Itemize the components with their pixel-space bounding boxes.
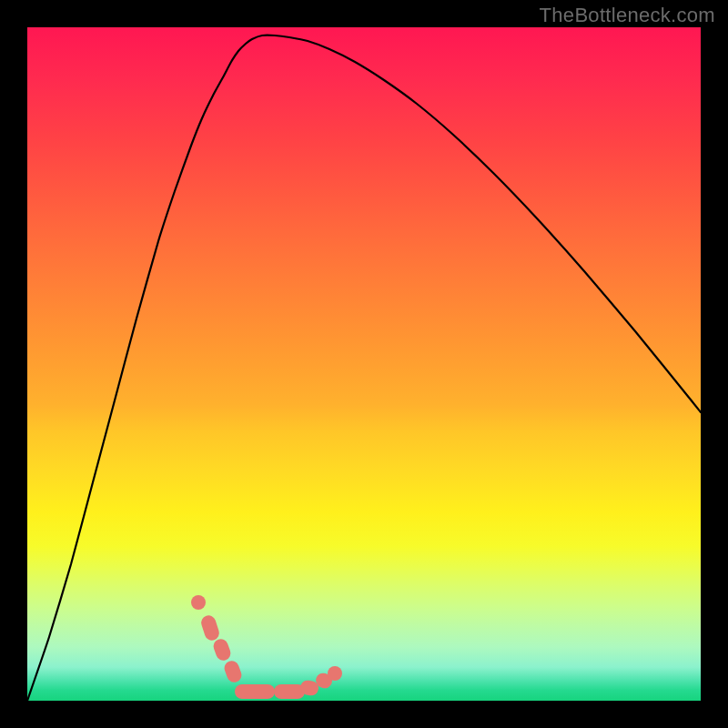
trough-marker-pill	[211, 637, 232, 662]
trough-marker-pill	[222, 659, 243, 684]
trough-markers	[191, 595, 342, 699]
curve-layer	[27, 27, 701, 701]
trough-marker-dot	[191, 595, 206, 610]
trough-marker-pill	[199, 613, 221, 642]
chart-frame: TheBottleneck.com	[0, 0, 728, 728]
bottleneck-curve	[27, 35, 701, 701]
trough-marker-dot	[328, 666, 342, 681]
attribution-text: TheBottleneck.com	[540, 4, 715, 27]
trough-marker-pill	[235, 684, 275, 699]
trough-marker-pill	[274, 684, 305, 699]
plot-area	[27, 27, 701, 701]
